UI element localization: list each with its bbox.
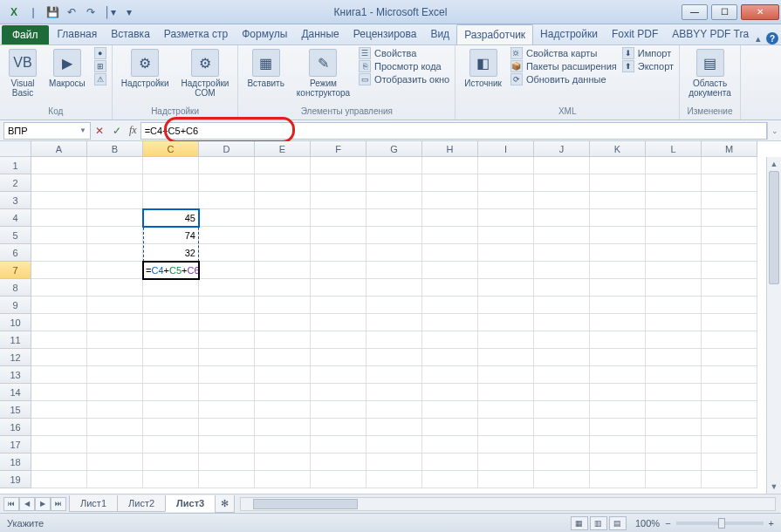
vscroll-thumb[interactable] — [769, 171, 779, 284]
cell[interactable] — [311, 244, 367, 262]
cell[interactable] — [478, 297, 534, 314]
row-header[interactable]: 3 — [0, 192, 31, 209]
cell[interactable] — [87, 279, 143, 297]
cell[interactable] — [534, 297, 590, 314]
cell[interactable] — [199, 297, 255, 314]
cell[interactable] — [31, 157, 87, 174]
cell[interactable] — [367, 244, 422, 262]
column-header[interactable]: H — [422, 141, 478, 157]
cell[interactable] — [87, 419, 143, 436]
cell[interactable] — [255, 244, 311, 262]
cell[interactable] — [367, 454, 422, 471]
cell[interactable] — [367, 297, 422, 314]
cell[interactable] — [646, 209, 702, 227]
cell[interactable] — [255, 279, 311, 297]
sheet-next-icon[interactable]: ▶ — [35, 497, 51, 511]
cell[interactable] — [534, 366, 590, 384]
cell[interactable] — [199, 366, 255, 384]
run-dialog-button[interactable]: ▭Отобразить окно — [359, 73, 449, 85]
cell[interactable] — [31, 174, 87, 192]
cell[interactable] — [534, 401, 590, 419]
cell[interactable] — [590, 244, 646, 262]
cell[interactable] — [87, 349, 143, 366]
cell[interactable] — [590, 384, 646, 401]
cell[interactable] — [31, 366, 87, 384]
cell[interactable] — [31, 192, 87, 209]
cell[interactable] — [367, 314, 422, 331]
cell[interactable] — [199, 349, 255, 366]
cell[interactable] — [143, 297, 199, 314]
cell[interactable] — [478, 314, 534, 331]
cell[interactable] — [534, 419, 590, 436]
cell[interactable] — [367, 366, 422, 384]
cell[interactable] — [199, 314, 255, 331]
cell[interactable] — [534, 384, 590, 401]
cell[interactable] — [87, 227, 143, 244]
sheet-prev-icon[interactable]: ◀ — [19, 497, 35, 511]
properties-button[interactable]: ☰Свойства — [359, 47, 449, 59]
cell[interactable] — [255, 331, 311, 349]
cell[interactable] — [311, 174, 367, 192]
page-layout-view-icon[interactable]: ▥ — [590, 516, 607, 530]
sheet-last-icon[interactable]: ⏭ — [51, 497, 66, 511]
cell[interactable] — [367, 174, 422, 192]
cell[interactable] — [422, 331, 478, 349]
cell[interactable] — [422, 471, 478, 488]
cell[interactable] — [646, 384, 702, 401]
row-header[interactable]: 15 — [0, 401, 31, 419]
cell[interactable] — [255, 471, 311, 488]
cell[interactable] — [199, 227, 255, 244]
column-header[interactable]: E — [255, 141, 311, 157]
cell[interactable] — [478, 244, 534, 262]
cell[interactable] — [143, 331, 199, 349]
zoom-in-button[interactable]: + — [769, 518, 774, 529]
cell[interactable] — [702, 314, 757, 331]
row-headers[interactable]: 12345678910111213141516171819 — [0, 157, 31, 488]
cell[interactable] — [199, 262, 255, 279]
row-header[interactable]: 18 — [0, 454, 31, 471]
cell[interactable] — [534, 227, 590, 244]
cell[interactable] — [199, 209, 255, 227]
addins-button[interactable]: ⚙Надстройки — [118, 47, 173, 90]
save-icon[interactable]: 💾 — [44, 3, 61, 21]
cell[interactable] — [87, 401, 143, 419]
cell[interactable] — [255, 349, 311, 366]
cell[interactable] — [478, 157, 534, 174]
cell[interactable] — [422, 436, 478, 454]
horizontal-scrollbar[interactable] — [240, 497, 776, 511]
row-header[interactable]: 13 — [0, 366, 31, 384]
row-header[interactable]: 10 — [0, 314, 31, 331]
cell[interactable] — [367, 436, 422, 454]
cell[interactable] — [702, 227, 757, 244]
cell[interactable] — [255, 174, 311, 192]
column-header[interactable]: C — [143, 141, 199, 157]
column-header[interactable]: I — [478, 141, 534, 157]
cell[interactable] — [31, 297, 87, 314]
cell[interactable] — [199, 454, 255, 471]
column-header[interactable]: J — [534, 141, 590, 157]
cell[interactable] — [422, 192, 478, 209]
cell[interactable] — [31, 401, 87, 419]
row-header[interactable]: 4 — [0, 209, 31, 227]
cell[interactable] — [311, 227, 367, 244]
zoom-level[interactable]: 100% — [635, 518, 660, 529]
cell[interactable] — [702, 384, 757, 401]
cell[interactable] — [478, 454, 534, 471]
active-cell[interactable]: =C4+C5+C6 — [143, 262, 199, 279]
cell[interactable] — [590, 454, 646, 471]
macro-security-button[interactable]: ⚠ — [94, 73, 106, 85]
record-macro-button[interactable]: ● — [94, 47, 106, 59]
cell[interactable] — [422, 157, 478, 174]
cell[interactable] — [534, 174, 590, 192]
cancel-formula-button[interactable]: ✕ — [91, 125, 108, 137]
cell[interactable] — [143, 436, 199, 454]
cell[interactable] — [646, 279, 702, 297]
macros-button[interactable]: ▶Макросы — [45, 47, 89, 90]
cell[interactable] — [311, 192, 367, 209]
cell[interactable] — [646, 297, 702, 314]
cell[interactable] — [311, 262, 367, 279]
import-button[interactable]: ⬇Импорт — [622, 47, 674, 59]
cell[interactable] — [199, 471, 255, 488]
cell[interactable] — [422, 174, 478, 192]
cell[interactable] — [478, 262, 534, 279]
